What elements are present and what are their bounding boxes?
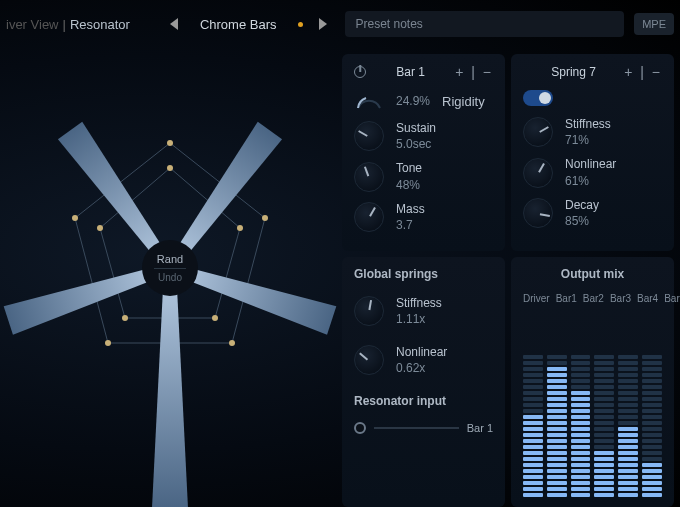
stiffness-value: 71% [565,132,611,148]
mix-col-bar5: Bar5 [664,293,680,304]
mix-meter[interactable] [523,308,543,497]
sustain-label: Sustain [396,120,436,136]
preset-dirty-indicator [298,22,303,27]
resonator-input-label: Bar 1 [467,422,493,434]
nonlinear-knob[interactable] [523,158,553,188]
preset-next-button[interactable] [319,18,327,30]
svg-marker-2 [152,268,188,507]
spring-panel: Spring 7 + | − Stiffness 71% Nonli [511,54,674,251]
randomize-label: Rand [157,253,183,265]
stiffness-label: Stiffness [565,116,611,132]
slider-thumb-icon[interactable] [354,422,366,434]
mpe-badge[interactable]: MPE [634,13,674,35]
preset-nav: Chrome Bars [170,17,328,32]
mix-meter[interactable] [547,308,567,497]
mix-meter[interactable] [594,308,614,497]
preset-prev-button[interactable] [170,18,178,30]
svg-point-11 [97,225,103,231]
mass-knob[interactable] [354,202,384,232]
rigidity-arc[interactable] [354,90,384,112]
breadcrumb-prev[interactable]: iver View [6,17,59,32]
top-bar: iver View | Resonator Chrome Bars Preset… [0,0,680,48]
rigidity-label: Rigidity [442,94,485,109]
mix-col-bar4: Bar4 [637,293,658,304]
sustain-knob[interactable] [354,121,384,151]
global-stiffness-knob[interactable] [354,296,384,326]
undo-label[interactable]: Undo [158,272,182,283]
mix-meter[interactable] [642,308,662,497]
svg-point-10 [122,315,128,321]
bar-title[interactable]: Bar 1 [366,65,455,79]
mix-meter[interactable] [571,308,591,497]
mix-col-bar1: Bar1 [556,293,577,304]
global-title: Global springs [354,267,493,281]
resonator-input-slider[interactable]: Bar 1 [354,422,493,434]
spring-title[interactable]: Spring 7 [523,65,624,79]
breadcrumb-separator: | [63,17,66,32]
svg-point-9 [212,315,218,321]
decay-label: Decay [565,197,599,213]
bar-add-remove[interactable]: + | − [455,64,493,80]
svg-point-12 [167,140,173,146]
nonlinear-value: 61% [565,173,616,189]
tone-value: 48% [396,177,422,193]
mass-label: Mass [396,201,425,217]
output-mix-panel: Output mix Driver Bar1 Bar2 Bar3 Bar4 Ba… [511,257,674,507]
preset-name[interactable]: Chrome Bars [200,17,277,32]
bar-power-icon[interactable] [354,66,366,78]
mix-col-bar2: Bar2 [583,293,604,304]
mix-columns-header: Driver Bar1 Bar2 Bar3 Bar4 Bar5 [523,293,662,304]
global-springs-panel: Global springs Stiffness 1.11x Nonlinear… [342,257,505,507]
sustain-value: 5.0sec [396,136,436,152]
svg-point-8 [237,225,243,231]
preset-notes-input[interactable]: Preset notes [345,11,624,37]
global-nonlinear-label: Nonlinear [396,344,447,360]
spring-add-remove[interactable]: + | − [624,64,662,80]
mass-value: 3.7 [396,217,425,233]
resonator-input-title: Resonator input [354,394,493,408]
mix-col-bar3: Bar3 [610,293,631,304]
resonator-visualizer[interactable]: Rand Undo [0,48,340,507]
global-nonlinear-knob[interactable] [354,345,384,375]
randomize-button[interactable]: Rand Undo [142,240,198,296]
tone-label: Tone [396,160,422,176]
global-stiffness-value: 1.11x [396,311,442,327]
breadcrumb-current: Resonator [70,17,130,32]
nonlinear-label: Nonlinear [565,156,616,172]
rigidity-value: 24.9% [396,93,430,109]
bar-panel: Bar 1 + | − 24.9% Rigidity S [342,54,505,251]
output-mix-title: Output mix [523,267,662,281]
global-stiffness-label: Stiffness [396,295,442,311]
global-nonlinear-value: 0.62x [396,360,447,376]
decay-value: 85% [565,213,599,229]
tone-knob[interactable] [354,162,384,192]
svg-point-7 [167,165,173,171]
mix-col-driver: Driver [523,293,550,304]
decay-knob[interactable] [523,198,553,228]
stiffness-knob[interactable] [523,117,553,147]
spring-enable-toggle[interactable] [523,90,553,106]
svg-point-13 [262,215,268,221]
svg-point-16 [72,215,78,221]
mix-meters[interactable] [523,308,662,497]
svg-point-15 [105,340,111,346]
mix-meter[interactable] [618,308,638,497]
svg-point-14 [229,340,235,346]
